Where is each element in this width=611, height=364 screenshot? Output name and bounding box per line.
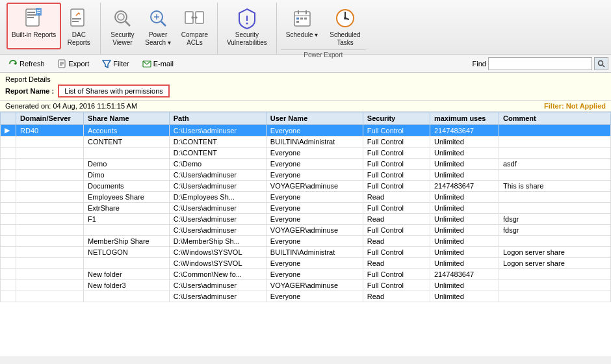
svg-line-14 — [161, 21, 166, 26]
row-indicator — [1, 192, 16, 203]
table-row[interactable]: MemberShip ShareD:\MemberShip Sh...Every… — [1, 236, 611, 247]
table-row[interactable]: D:\CONTENTEveryoneFull ControlUnlimited — [1, 148, 611, 159]
col-header-indicator — [1, 112, 16, 125]
cell-security: Full Control — [363, 203, 430, 214]
email-icon — [142, 59, 151, 68]
table-row[interactable]: DimoC:\Users\adminuserEveryoneFull Contr… — [1, 170, 611, 181]
table-body: ▶RD40AccountsC:\Users\adminuserEveryoneF… — [1, 125, 611, 302]
cell-user: Everyone — [266, 291, 363, 302]
schedule-button[interactable]: Schedule ▾ — [281, 3, 323, 49]
cell-user: BUILTIN\Administrat — [266, 247, 363, 258]
table-row[interactable]: C:\Users\adminuserVOYAGER\adminuseFull C… — [1, 225, 611, 236]
ribbon: Built-in Reports DACReports — [0, 0, 611, 55]
row-indicator — [1, 236, 16, 247]
report-name-label: Report Name : — [5, 87, 54, 95]
data-table: Domain/Server Share Name Path User Name … — [0, 112, 611, 302]
table-row[interactable]: ▶RD40AccountsC:\Users\adminuserEveryoneF… — [1, 125, 611, 136]
compare-acls-button[interactable]: CompareACLs — [176, 3, 213, 49]
cell-share: CONTENT — [83, 136, 169, 148]
report-details: Report Details Report Name : List of Sha… — [0, 73, 611, 101]
cell-maxuse: 2147483647 — [430, 181, 499, 192]
cell-domain — [16, 148, 84, 159]
cell-domain — [16, 258, 84, 269]
ribbon-group-security: SecurityVulnerabilities — [218, 3, 277, 54]
table-row[interactable]: New folder3C:\Users\adminuserVOYAGER\adm… — [1, 280, 611, 291]
cell-security: Full Control — [363, 181, 430, 192]
cell-domain — [16, 280, 84, 291]
svg-line-44 — [603, 65, 604, 67]
cell-share: F1 — [83, 214, 169, 225]
filter-icon — [102, 59, 111, 68]
cell-maxuse: Unlimited — [430, 136, 499, 148]
table-row[interactable]: F1C:\Users\adminuserEveryoneReadUnlimite… — [1, 214, 611, 225]
cell-security: Full Control — [363, 280, 430, 291]
find-label: Find — [473, 60, 486, 68]
built-in-reports-button[interactable]: Built-in Reports — [6, 3, 61, 49]
svg-rect-2 — [27, 14, 36, 16]
table-row[interactable]: New folderC:\Common\New fo...EveryoneFul… — [1, 269, 611, 280]
cell-domain — [16, 269, 84, 280]
svg-point-10 — [115, 11, 127, 23]
cell-comment — [499, 148, 610, 159]
cell-domain — [16, 225, 84, 236]
table-row[interactable]: NETLOGONC:\Windows\SYSVOLBUILTIN\Adminis… — [1, 247, 611, 258]
col-header-maxuse: maximum uses — [430, 112, 499, 125]
security-viewer-button[interactable]: SecurityViewer — [105, 3, 140, 49]
cell-share — [83, 225, 169, 236]
cell-maxuse: Unlimited — [430, 170, 499, 181]
table-header-row: Domain/Server Share Name Path User Name … — [1, 112, 611, 125]
cell-maxuse: Unlimited — [430, 225, 499, 236]
cell-user: Everyone — [266, 214, 363, 225]
table-container[interactable]: Domain/Server Share Name Path User Name … — [0, 112, 611, 356]
table-row[interactable]: C:\Users\adminuserEveryoneReadUnlimited — [1, 291, 611, 302]
compare-acls-icon — [183, 6, 206, 30]
export-icon — [58, 59, 67, 68]
cell-security: Full Control — [363, 170, 430, 181]
refresh-button[interactable]: Refresh — [3, 57, 51, 71]
table-row[interactable]: DemoC:\DemoEveryoneFull ControlUnlimited… — [1, 159, 611, 170]
cell-share: Employees Share — [83, 192, 169, 203]
svg-point-23 — [246, 23, 248, 25]
cell-user: Everyone — [266, 192, 363, 203]
svg-rect-31 — [296, 21, 299, 23]
table-row[interactable]: DocumentsC:\Users\adminuserVOYAGER\admin… — [1, 181, 611, 192]
cell-maxuse: 2147483647 — [430, 269, 499, 280]
scheduled-tasks-button[interactable]: ScheduledTasks — [324, 3, 365, 49]
cell-share: MemberShip Share — [83, 236, 169, 247]
find-button[interactable] — [594, 57, 608, 70]
row-indicator — [1, 291, 16, 302]
row-indicator — [1, 148, 16, 159]
export-label: Export — [69, 60, 90, 68]
cell-path: C:\Common\New fo... — [169, 269, 266, 280]
cell-maxuse: Unlimited — [430, 258, 499, 269]
find-input[interactable] — [488, 57, 592, 70]
row-indicator — [1, 269, 16, 280]
cell-maxuse: Unlimited — [430, 192, 499, 203]
cell-comment: fdsgr — [499, 225, 610, 236]
cell-domain — [16, 170, 84, 181]
schedule-label: Schedule ▾ — [286, 31, 318, 39]
table-row[interactable]: CONTENTD:\CONTENTBUILTIN\AdministratFull… — [1, 136, 611, 148]
cell-comment — [499, 269, 610, 280]
table-row[interactable]: Employees ShareD:\Employees Sh...Everyon… — [1, 192, 611, 203]
export-button[interactable]: Export — [52, 57, 96, 71]
email-button[interactable]: E-mail — [136, 57, 179, 71]
dac-reports-button[interactable]: DACReports — [61, 3, 96, 49]
power-search-button[interactable]: PowerSearch ▾ — [140, 3, 176, 49]
filter-button[interactable]: Filter — [96, 57, 135, 71]
svg-rect-1 — [27, 12, 35, 13]
security-vulnerabilities-button[interactable]: SecurityVulnerabilities — [222, 3, 272, 49]
built-in-reports-label: Built-in Reports — [12, 31, 56, 39]
ribbon-group-viewer: SecurityViewer PowerSearch ▾ — [101, 3, 218, 54]
refresh-icon — [8, 59, 18, 68]
table-row[interactable]: ExtrShareC:\Users\adminuserEveryoneFull … — [1, 203, 611, 214]
cell-share — [83, 148, 169, 159]
cell-comment — [499, 280, 610, 291]
table-row[interactable]: C:\Windows\SYSVOLEveryoneReadUnlimitedLo… — [1, 258, 611, 269]
cell-user: BUILTIN\Administrat — [266, 136, 363, 148]
power-search-label: PowerSearch ▾ — [145, 31, 170, 47]
svg-rect-4 — [36, 8, 42, 16]
schedule-icon — [291, 6, 314, 30]
cell-path: D:\CONTENT — [169, 148, 266, 159]
cell-security: Full Control — [363, 159, 430, 170]
